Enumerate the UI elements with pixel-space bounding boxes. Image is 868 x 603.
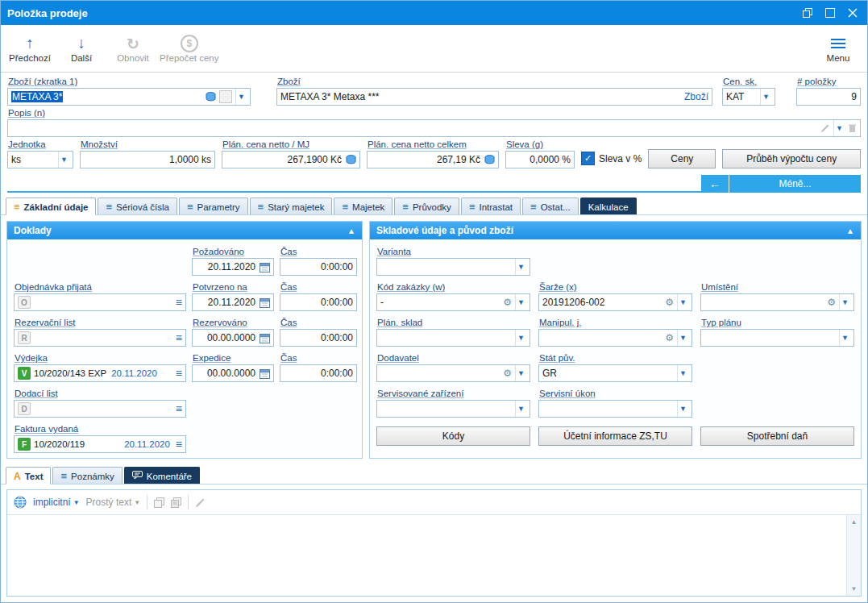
tab-zakladni-udaje[interactable]: ≡ Základní údaje: [6, 198, 96, 215]
scroll-up-icon[interactable]: ▲: [851, 515, 858, 529]
requested-time-input[interactable]: 0:00:00: [280, 258, 357, 276]
tab-komentare[interactable]: Komentáře: [124, 467, 200, 484]
order-received-input[interactable]: O ≡: [14, 293, 186, 311]
serviced-device-input[interactable]: ▼: [376, 400, 530, 418]
invoice-field[interactable]: F 10/2020/119 20.11.2020 ≡: [14, 435, 186, 453]
item-count-field[interactable]: 9: [796, 88, 861, 106]
trash-icon[interactable]: [848, 123, 857, 133]
unit-input[interactable]: ks ▼: [7, 151, 73, 168]
edit-pencil-icon[interactable]: [820, 123, 830, 133]
expedition-date-input[interactable]: 00.00.0000: [192, 364, 274, 382]
service-task-dropdown-icon[interactable]: ▼: [677, 401, 688, 417]
collapse-chevron-icon[interactable]: ▲: [846, 227, 854, 235]
plan-type-dropdown-icon[interactable]: ▼: [839, 330, 850, 346]
reserved-date-input[interactable]: 00.00.0000: [192, 329, 274, 347]
tab-seriova-cisla[interactable]: ≡ Sériová čísla: [98, 198, 177, 214]
requested-date-input[interactable]: 20.11.2020: [192, 258, 274, 276]
goods-link[interactable]: Zboží: [684, 91, 708, 102]
detail-mini-button[interactable]: [219, 90, 232, 103]
reservation-menu-icon[interactable]: ≡: [173, 331, 182, 344]
stock-card-icon[interactable]: [206, 92, 216, 102]
location-dropdown-icon[interactable]: ▼: [839, 294, 850, 310]
price-group-dropdown-icon[interactable]: ▼: [760, 89, 771, 105]
batch-dropdown-icon[interactable]: ▼: [677, 294, 688, 310]
gear-icon[interactable]: ⚙: [665, 297, 674, 308]
tab-intrastat[interactable]: ≡ Intrastat: [461, 198, 521, 214]
gear-icon[interactable]: ⚙: [827, 297, 836, 308]
paste-icon[interactable]: [171, 497, 181, 508]
text-content-area[interactable]: [7, 515, 846, 596]
serviced-device-dropdown-icon[interactable]: ▼: [515, 401, 526, 417]
previous-button[interactable]: ↑ Předchozí: [5, 28, 55, 69]
maximize-window-icon[interactable]: [819, 3, 841, 23]
order-code-input[interactable]: - ⚙ ▼: [376, 293, 530, 311]
menu-button[interactable]: Menu: [813, 28, 863, 69]
copy-icon[interactable]: [154, 497, 164, 508]
scroll-down-icon[interactable]: ▼: [851, 582, 858, 596]
restore-window-icon[interactable]: [796, 3, 819, 23]
refresh-button[interactable]: ↻ Obnovit: [108, 28, 158, 69]
tab-poznamky[interactable]: ≡ Poznámky: [52, 467, 122, 484]
goods-name-field[interactable]: METAXA 3* Metaxa *** Zboží: [276, 88, 712, 106]
total-coins-icon[interactable]: [484, 155, 495, 164]
codes-button[interactable]: Kódy: [376, 426, 530, 446]
tab-text[interactable]: A Text: [6, 467, 51, 484]
tab-parametry[interactable]: ≡ Parametry: [179, 198, 248, 214]
tab-pruvodky[interactable]: ≡ Průvodky: [394, 198, 459, 214]
service-task-input[interactable]: ▼: [538, 400, 692, 418]
tab-majetek[interactable]: ≡ Majetek: [334, 198, 392, 214]
tab-kalkulace[interactable]: Kalkulace: [580, 198, 637, 214]
excise-tax-button[interactable]: Spotřební daň: [700, 426, 854, 446]
discount-percent-checkbox[interactable]: ✓: [581, 152, 595, 165]
language-selector[interactable]: implicitní ▼: [33, 497, 80, 508]
less-button[interactable]: ← Méně...: [701, 175, 861, 193]
tab-stary-majetek[interactable]: ≡ Starý majetek: [250, 198, 333, 214]
description-dropdown-icon[interactable]: ▼: [833, 120, 845, 136]
delivery-menu-icon[interactable]: ≡: [173, 402, 182, 415]
description-input[interactable]: ▼: [7, 119, 861, 137]
price-group-input[interactable]: KAT ▼: [722, 88, 775, 106]
plan-type-input[interactable]: ▼: [700, 329, 854, 347]
calendar-icon[interactable]: [260, 297, 270, 308]
issue-note-field[interactable]: V 10/2020/143 EXP 20.11.2020 ≡: [14, 364, 186, 382]
order-menu-icon[interactable]: ≡: [173, 296, 182, 309]
collapse-chevron-icon[interactable]: ▲: [347, 227, 355, 235]
plan-warehouse-input[interactable]: ▼: [376, 329, 530, 347]
prices-button[interactable]: Ceny: [648, 149, 716, 168]
tab-ostatni[interactable]: ≡ Ostat...: [522, 198, 579, 214]
unit-price-input[interactable]: 267,1900 Kč: [222, 151, 360, 168]
gear-icon[interactable]: ⚙: [503, 368, 512, 379]
supplier-input[interactable]: ⚙ ▼: [376, 364, 530, 382]
vertical-scrollbar[interactable]: ▲ ▼: [846, 515, 861, 596]
origin-country-input[interactable]: GR ▼: [538, 364, 692, 382]
discount-input[interactable]: 0,0000 %: [505, 151, 575, 168]
globe-icon[interactable]: [14, 496, 27, 509]
price-coins-icon[interactable]: [346, 155, 356, 164]
origin-country-dropdown-icon[interactable]: ▼: [677, 365, 688, 381]
goods-code-dropdown-icon[interactable]: ▼: [235, 89, 247, 105]
unit-dropdown-icon[interactable]: ▼: [58, 152, 69, 168]
next-button[interactable]: ↓ Další: [56, 28, 106, 69]
quantity-input[interactable]: 1,0000 ks: [80, 151, 215, 168]
reserved-time-input[interactable]: 0:00:00: [280, 329, 357, 347]
handling-unit-input[interactable]: ⚙ ▼: [538, 329, 692, 347]
calendar-icon[interactable]: [260, 333, 270, 343]
handling-unit-dropdown-icon[interactable]: ▼: [677, 330, 688, 346]
issue-date[interactable]: 20.11.2020: [111, 368, 157, 378]
format-selector[interactable]: Prostý text ▼: [86, 497, 141, 508]
confirmed-date-input[interactable]: 20.11.2020: [192, 293, 274, 311]
delivery-note-input[interactable]: D ≡: [14, 400, 186, 418]
location-input[interactable]: ⚙ ▼: [700, 293, 854, 311]
supplier-dropdown-icon[interactable]: ▼: [515, 365, 526, 381]
calendar-icon[interactable]: [260, 368, 270, 379]
plan-warehouse-dropdown-icon[interactable]: ▼: [515, 330, 526, 346]
edit-pencil-icon[interactable]: [195, 497, 206, 508]
expedition-time-input[interactable]: 0:00:00: [280, 364, 357, 382]
variant-dropdown-icon[interactable]: ▼: [515, 259, 526, 275]
price-calculation-progress-button[interactable]: Průběh výpočtu ceny: [722, 149, 861, 168]
batch-input[interactable]: 20191206-002 ⚙ ▼: [538, 293, 692, 311]
total-price-field[interactable]: 267,19 Kč: [367, 151, 499, 168]
variant-input[interactable]: ▼: [376, 258, 530, 276]
recalculate-price-button[interactable]: $ Přepočet ceny: [160, 28, 219, 69]
accounting-info-button[interactable]: Účetní informace ZS,TU: [538, 426, 692, 446]
